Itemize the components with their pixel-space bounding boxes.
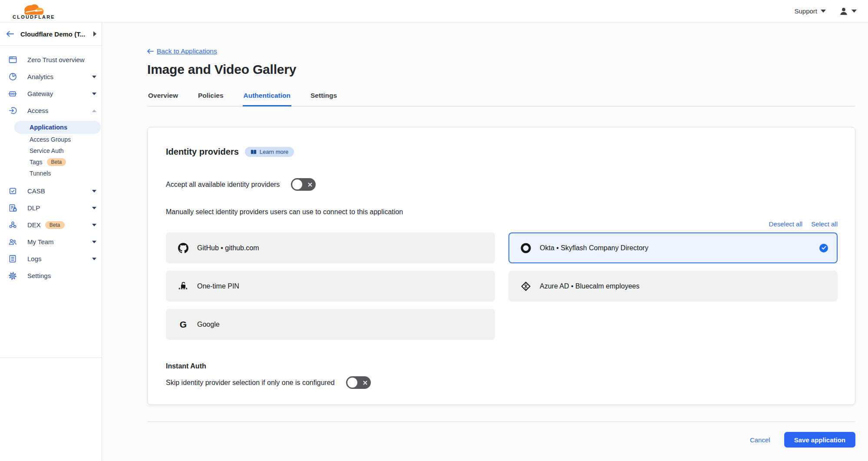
chevron-down-icon bbox=[851, 10, 857, 13]
sidebar-item-tags[interactable]: Tags Beta bbox=[14, 156, 101, 168]
sidebar-item-label: CASB bbox=[27, 187, 45, 195]
accept-all-label: Accept all available identity providers bbox=[166, 181, 280, 189]
chevron-up-icon bbox=[92, 109, 96, 112]
sidebar-item-label: Zero Trust overview bbox=[27, 56, 85, 63]
account-name: Cloudflare Demo (T... bbox=[20, 30, 85, 38]
sidebar-item-label: DLP bbox=[27, 204, 40, 212]
access-icon bbox=[8, 106, 17, 115]
sidebar-item-dlp[interactable]: DLP bbox=[0, 199, 102, 216]
card-title: Identity providers bbox=[166, 147, 239, 157]
cloudflare-logo[interactable]: CLOUDFLARE bbox=[11, 3, 56, 20]
beta-badge: Beta bbox=[45, 221, 65, 229]
provider-grid: GitHub • github.com Okta • Skyflash Comp… bbox=[166, 232, 838, 340]
chevron-down-icon bbox=[92, 258, 96, 260]
back-arrow-icon[interactable] bbox=[6, 30, 14, 37]
provider-name: Okta • Skyflash Company Directory bbox=[540, 244, 648, 252]
sidebar-item-label: DEX bbox=[27, 221, 41, 229]
sidebar-item-access[interactable]: Access bbox=[0, 102, 102, 119]
provider-card-google[interactable]: G Google bbox=[166, 309, 495, 340]
sidebar-item-applications[interactable]: Applications bbox=[14, 121, 101, 134]
sidebar-item-access-groups[interactable]: Access Groups bbox=[14, 134, 101, 145]
sidebar-item-analytics[interactable]: Analytics bbox=[0, 68, 102, 85]
identity-providers-card: Identity providers Learn more Accept all… bbox=[147, 127, 855, 405]
document-lock-icon bbox=[8, 204, 17, 212]
support-label: Support bbox=[794, 7, 817, 15]
sidebar-item-label: Logs bbox=[27, 255, 42, 262]
sidebar-item-gateway[interactable]: Gateway bbox=[0, 85, 102, 102]
sidebar-item-my-team[interactable]: My Team bbox=[0, 233, 102, 250]
provider-card-github[interactable]: GitHub • github.com bbox=[166, 232, 495, 263]
sidebar-item-zero-trust-overview[interactable]: Zero Trust overview bbox=[0, 51, 102, 68]
sidebar-item-tunnels[interactable]: Tunnels bbox=[14, 168, 101, 179]
one-time-pin-icon: **** bbox=[177, 282, 189, 291]
sidebar-item-service-auth[interactable]: Service Auth bbox=[14, 145, 101, 156]
gateway-icon bbox=[8, 90, 17, 98]
sidebar-item-label: Access bbox=[27, 107, 48, 114]
sidebar-item-label: My Team bbox=[27, 238, 54, 245]
azure-ad-icon bbox=[520, 282, 532, 291]
tab-policies[interactable]: Policies bbox=[197, 87, 224, 106]
support-menu[interactable]: Support bbox=[794, 7, 826, 15]
provider-name: GitHub • github.com bbox=[197, 244, 259, 252]
chevron-down-icon bbox=[92, 76, 96, 78]
chevron-down-icon bbox=[92, 93, 96, 95]
chevron-right-icon[interactable] bbox=[93, 31, 96, 36]
provider-card-one-time-pin[interactable]: **** One-time PIN bbox=[166, 271, 495, 302]
save-application-button[interactable]: Save application bbox=[784, 432, 855, 448]
top-bar: CLOUDFLARE Support bbox=[0, 0, 868, 23]
tab-settings[interactable]: Settings bbox=[310, 87, 338, 106]
toggle-off-x-icon bbox=[363, 380, 368, 385]
deselect-all-link[interactable]: Deselect all bbox=[769, 220, 803, 228]
account-header[interactable]: Cloudflare Demo (T... bbox=[0, 23, 102, 46]
page-title: Image and Video Gallery bbox=[147, 62, 855, 77]
cancel-button[interactable]: Cancel bbox=[750, 436, 770, 444]
selected-check-icon bbox=[819, 244, 828, 252]
provider-name: One-time PIN bbox=[197, 282, 239, 290]
pie-chart-icon bbox=[8, 73, 17, 81]
learn-more-badge[interactable]: Learn more bbox=[245, 147, 294, 157]
sidebar-item-label: Service Auth bbox=[30, 147, 64, 154]
casb-icon bbox=[8, 187, 17, 196]
sidebar-divider bbox=[0, 358, 102, 358]
sidebar-item-label: Applications bbox=[30, 124, 67, 131]
provider-card-azure-ad[interactable]: Azure AD • Bluecalm employees bbox=[508, 271, 838, 302]
user-menu[interactable] bbox=[839, 7, 857, 16]
toggle-knob bbox=[292, 179, 302, 189]
tab-overview[interactable]: Overview bbox=[147, 87, 179, 106]
google-icon: G bbox=[177, 319, 189, 330]
chevron-down-icon bbox=[92, 224, 96, 226]
sidebar-item-dex[interactable]: DEX Beta bbox=[0, 216, 102, 233]
provider-card-okta[interactable]: Okta • Skyflash Company Directory bbox=[508, 232, 838, 263]
dex-icon bbox=[8, 221, 17, 229]
cloudflare-cloud-icon bbox=[20, 3, 48, 16]
beta-badge: Beta bbox=[47, 158, 66, 166]
sidebar: Cloudflare Demo (T... Zero Trust overvie… bbox=[0, 23, 102, 461]
sidebar-item-settings[interactable]: Settings bbox=[0, 267, 102, 284]
select-all-link[interactable]: Select all bbox=[811, 220, 838, 228]
sidebar-item-casb[interactable]: CASB bbox=[0, 182, 102, 199]
book-icon bbox=[251, 149, 257, 155]
main-content: Back to Applications Image and Video Gal… bbox=[102, 23, 868, 461]
sidebar-item-label: Settings bbox=[27, 272, 51, 279]
provider-name: Google bbox=[197, 321, 220, 328]
sidebar-item-label: Gateway bbox=[27, 90, 53, 97]
team-icon bbox=[8, 238, 17, 246]
chevron-down-icon bbox=[92, 207, 96, 209]
provider-name: Azure AD • Bluecalm employees bbox=[540, 282, 640, 290]
sidebar-item-label: Analytics bbox=[27, 73, 53, 80]
tab-bar: Overview Policies Authentication Setting… bbox=[147, 87, 855, 106]
instant-auth-toggle[interactable] bbox=[346, 376, 371, 389]
instant-auth-heading: Instant Auth bbox=[166, 362, 838, 370]
accept-all-toggle[interactable] bbox=[291, 178, 316, 191]
chevron-down-icon bbox=[821, 10, 826, 13]
gear-icon bbox=[8, 272, 17, 280]
github-icon bbox=[177, 243, 189, 253]
back-to-applications-link[interactable]: Back to Applications bbox=[147, 47, 217, 55]
footer-divider bbox=[147, 421, 855, 422]
logs-icon bbox=[8, 255, 17, 263]
user-icon bbox=[839, 7, 848, 16]
manual-select-hint: Manually select identity providers users… bbox=[166, 208, 838, 216]
tab-authentication[interactable]: Authentication bbox=[243, 87, 292, 106]
toggle-off-x-icon bbox=[307, 182, 313, 187]
sidebar-item-logs[interactable]: Logs bbox=[0, 250, 102, 267]
